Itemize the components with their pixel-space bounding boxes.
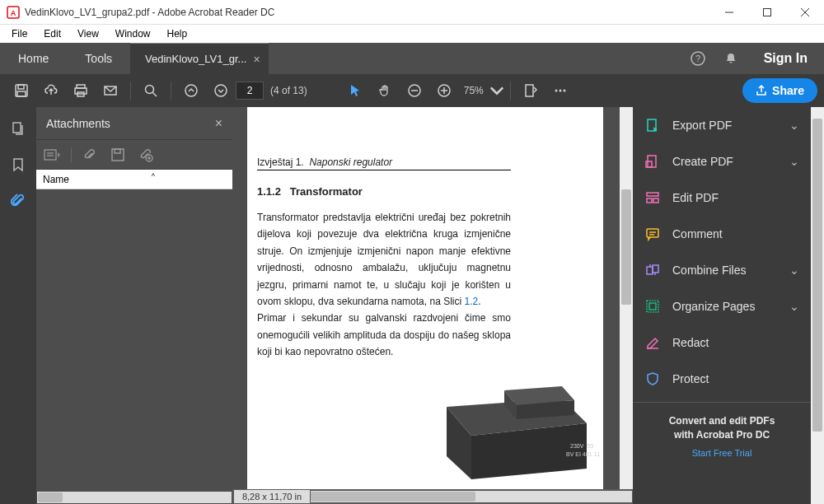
svg-rect-54 [647, 267, 653, 274]
menu-help[interactable]: Help [159, 26, 196, 41]
menubar: File Edit View Window Help [0, 25, 824, 43]
attachment-open-icon[interactable] [80, 145, 100, 165]
zoom-level-label[interactable]: 75% [464, 85, 484, 96]
document-tab-close-icon[interactable]: × [253, 53, 260, 66]
document-container: Izvještaj 1. Naponski regulator 1.1.2 Tr… [232, 107, 633, 504]
tools-panel: Export PDF⌄ Create PDF⌄ Edit PDF Comment… [633, 107, 811, 504]
hand-icon[interactable] [370, 76, 400, 105]
navbar: Home Tools VedinKlovo_LV1_gr... × ? Sign… [0, 43, 824, 74]
combine-files-icon [644, 262, 661, 278]
more-icon[interactable] [545, 76, 575, 105]
page-header: Izvještaj 1. Naponski regulator [257, 156, 511, 170]
svg-point-15 [146, 86, 154, 94]
search-icon[interactable] [136, 76, 166, 105]
menu-view[interactable]: View [69, 26, 107, 41]
window-title: VedinKlovo_LV1_grupa2.pdf - Adobe Acroba… [25, 7, 710, 18]
promo-box: Convert and edit PDFs with Acrobat Pro D… [633, 402, 811, 466]
svg-rect-10 [17, 91, 26, 96]
sign-in-button[interactable]: Sign In [747, 43, 824, 74]
page-up-icon[interactable] [176, 76, 206, 105]
svg-rect-29 [44, 150, 56, 160]
bell-icon[interactable] [714, 43, 747, 74]
attachment-options-icon[interactable] [43, 145, 63, 165]
svg-rect-24 [526, 85, 533, 96]
figure-link[interactable]: 1.2 [464, 296, 478, 307]
attachments-table: Name ^ [36, 170, 232, 189]
tab-home[interactable]: Home [0, 43, 67, 74]
svg-rect-48 [647, 193, 658, 196]
attachment-add-icon[interactable] [136, 145, 156, 165]
tool-redact[interactable]: Redact [633, 324, 811, 361]
fit-page-icon[interactable] [516, 76, 545, 105]
maximize-button[interactable] [748, 0, 786, 25]
page-dimensions: 8,28 x 11,70 in [234, 490, 310, 503]
horizontal-scrollbar[interactable] [311, 491, 632, 502]
tool-comment[interactable]: Comment [633, 216, 811, 252]
cloud-upload-icon[interactable] [36, 76, 66, 105]
attachment-save-icon[interactable] [108, 145, 128, 165]
zoom-in-icon[interactable] [429, 76, 459, 105]
close-button[interactable] [786, 0, 824, 25]
svg-rect-28 [13, 123, 21, 133]
attachments-list [36, 189, 232, 491]
page-count-label: (4 of 13) [270, 85, 307, 96]
tool-combine-files[interactable]: Combine Files⌄ [633, 252, 811, 288]
document-tab-label: VedinKlovo_LV1_gr... [145, 53, 246, 65]
toolbar: (4 of 13) 75% Share [0, 74, 824, 107]
attachments-toolbar [36, 140, 232, 170]
edit-pdf-icon [644, 189, 661, 206]
tool-protect[interactable]: Protect [633, 361, 811, 397]
attachments-panel: Attachments × Name ^ [36, 107, 232, 504]
svg-point-26 [559, 90, 561, 92]
export-pdf-icon [644, 117, 661, 133]
page-down-icon[interactable] [206, 76, 236, 105]
svg-text:BV EI 481 11: BV EI 481 11 [566, 451, 600, 457]
menu-file[interactable]: File [3, 26, 35, 41]
svg-rect-47 [646, 161, 652, 167]
tool-create-pdf[interactable]: Create PDF⌄ [633, 143, 811, 180]
chevron-down-icon: ⌄ [789, 264, 799, 277]
vertical-scrollbar[interactable] [620, 107, 633, 489]
attachments-header: Attachments × [36, 107, 232, 140]
document-tab[interactable]: VedinKlovo_LV1_gr... × [130, 43, 269, 74]
attachments-icon[interactable] [8, 191, 28, 211]
chevron-down-icon: ⌄ [789, 300, 799, 313]
print-icon[interactable] [66, 76, 96, 105]
start-trial-link[interactable]: Start Free Trial [646, 447, 798, 460]
mail-icon[interactable] [96, 76, 125, 105]
page-number-input[interactable] [236, 82, 264, 100]
tab-tools[interactable]: Tools [67, 43, 130, 74]
document-statusbar: 8,28 x 11,70 in [232, 489, 633, 504]
attachments-scrollbar[interactable] [36, 491, 232, 504]
minimize-button[interactable] [710, 0, 748, 25]
attachments-close-icon[interactable]: × [215, 116, 222, 131]
zoom-chevron-icon[interactable] [489, 76, 505, 105]
titlebar: A VedinKlovo_LV1_grupa2.pdf - Adobe Acro… [0, 0, 824, 25]
svg-rect-33 [115, 149, 120, 153]
svg-text:?: ? [695, 54, 700, 63]
tool-organize-pages[interactable]: Organize Pages⌄ [633, 288, 811, 324]
bookmark-icon[interactable] [8, 155, 28, 175]
svg-line-16 [153, 93, 157, 97]
pointer-icon[interactable] [340, 76, 370, 105]
svg-rect-9 [18, 85, 24, 89]
tool-export-pdf[interactable]: Export PDF⌄ [633, 107, 811, 143]
transformer-image: 230V 50 BV EI 481 11 [397, 357, 611, 481]
document-view[interactable]: Izvještaj 1. Naponski regulator 1.1.2 Tr… [232, 107, 633, 489]
tool-edit-pdf[interactable]: Edit PDF [633, 180, 811, 216]
menu-window[interactable]: Window [107, 26, 159, 41]
zoom-out-icon[interactable] [400, 76, 429, 105]
help-icon[interactable]: ? [681, 43, 714, 74]
sort-indicator-icon: ^ [152, 172, 155, 180]
right-panel-scrollbar[interactable] [811, 107, 824, 504]
pdf-page: Izvještaj 1. Naponski regulator 1.1.2 Tr… [247, 107, 603, 489]
save-icon[interactable] [7, 76, 36, 105]
share-label: Share [772, 84, 804, 97]
thumbnails-icon[interactable] [8, 119, 28, 138]
attachments-name-column[interactable]: Name ^ [36, 170, 232, 189]
menu-edit[interactable]: Edit [35, 26, 69, 41]
svg-rect-51 [647, 229, 658, 237]
share-button[interactable]: Share [742, 78, 817, 103]
paragraph-1: Transformator predstavlja električni ure… [257, 209, 511, 310]
organize-pages-icon [644, 298, 661, 315]
